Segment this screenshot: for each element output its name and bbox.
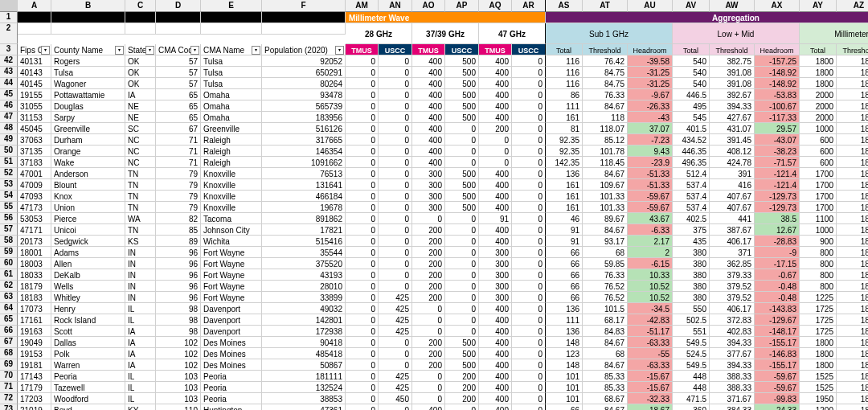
cell-an[interactable]: 0 [379, 269, 412, 281]
cell-as[interactable]: 148 [546, 359, 583, 371]
cell-county[interactable]: Sarpy [51, 112, 125, 123]
cell-county[interactable]: Rogers [51, 55, 125, 67]
cell-at[interactable]: 109.67 [583, 179, 628, 191]
cell-au[interactable]: 2 [628, 247, 673, 258]
cell-ao[interactable]: 400 [412, 100, 445, 112]
cell-ay[interactable]: 1525 [800, 382, 837, 393]
cell-at[interactable]: 68.17 [583, 314, 628, 326]
cell-ap[interactable]: 0 [445, 213, 479, 224]
cell-ap[interactable]: 500 [445, 78, 479, 89]
cell-ay[interactable]: 900 [800, 236, 837, 247]
cell-ao[interactable]: 400 [412, 89, 445, 100]
cell-ax[interactable]: -148.92 [755, 78, 800, 89]
cell-ay[interactable]: 800 [800, 269, 837, 281]
cell-az[interactable]: 1850 [837, 67, 868, 78]
cell-as[interactable]: 161 [546, 112, 583, 123]
cell-ao[interactable]: 200 [412, 224, 445, 236]
cell-county[interactable]: Allen [51, 258, 125, 269]
cell-as[interactable]: 66 [546, 269, 583, 281]
cell-state[interactable]: NE [125, 100, 156, 112]
cell-county[interactable]: Sedgwick [51, 236, 125, 247]
cell-aq[interactable]: 400 [479, 236, 512, 247]
row-header-49[interactable]: 49 [0, 134, 18, 146]
cell-az[interactable]: 1850 [837, 258, 868, 269]
cell-ao[interactable]: 300 [412, 202, 445, 213]
cell-av[interactable]: 537.4 [673, 191, 710, 202]
cell-an[interactable]: 0 [379, 258, 412, 269]
cell-population[interactable]: 50867 [262, 359, 346, 371]
cell-am[interactable]: 0 [346, 213, 379, 224]
col-header-E[interactable]: E [201, 0, 262, 12]
cell-am[interactable]: 0 [346, 371, 379, 382]
cell-an[interactable]: 0 [379, 348, 412, 359]
cell-aq[interactable]: 400 [479, 78, 512, 89]
cell-ax[interactable]: -148.92 [755, 67, 800, 78]
row-header-73[interactable]: 73 [0, 404, 18, 410]
cell-cmaname[interactable]: Huntington [201, 404, 262, 410]
cell-az[interactable]: 1850 [837, 348, 868, 359]
cell-an[interactable]: 0 [379, 404, 412, 410]
cell-at[interactable]: 84.67 [583, 404, 628, 410]
cell-ao[interactable]: 400 [412, 157, 445, 168]
cell-ar[interactable]: 0 [512, 348, 546, 359]
cell-az[interactable]: 1850 [837, 168, 868, 179]
cell-ao[interactable]: 200 [412, 269, 445, 281]
row-header-53[interactable]: 53 [0, 179, 18, 191]
cell-an[interactable]: 0 [379, 168, 412, 179]
col-header-AZ[interactable]: AZ [837, 0, 868, 12]
col-header-AO[interactable]: AO [412, 0, 445, 12]
cell-aw[interactable]: 394.33 [710, 100, 755, 112]
cell-cmaname[interactable]: Tulsa [201, 67, 262, 78]
cell-cmacode[interactable]: 85 [156, 224, 201, 236]
cell-cmaname[interactable]: Davenport [201, 326, 262, 337]
cell-cmaname[interactable]: Wichita [201, 236, 262, 247]
cell-fips[interactable]: 18001 [18, 247, 51, 258]
cell-ap[interactable]: 0 [445, 404, 479, 410]
cell-aq[interactable]: 91 [479, 213, 512, 224]
cell-ay[interactable]: 800 [800, 281, 837, 292]
cell-ao[interactable]: 0 [412, 326, 445, 337]
cell-ar[interactable]: 0 [512, 213, 546, 224]
cell-at[interactable]: 84.67 [583, 337, 628, 348]
row-header-47[interactable]: 47 [0, 112, 18, 123]
cell-am[interactable]: 0 [346, 224, 379, 236]
cell-az[interactable]: 1850 [837, 292, 868, 303]
cell-as[interactable]: 161 [546, 179, 583, 191]
cell-az[interactable]: 1850 [837, 281, 868, 292]
cell-as[interactable]: 66 [546, 247, 583, 258]
cell-ay[interactable]: 800 [800, 247, 837, 258]
cell-fips[interactable]: 18179 [18, 281, 51, 292]
cell-aq[interactable]: 400 [479, 191, 512, 202]
cell-ay[interactable]: 1700 [800, 168, 837, 179]
cell-as[interactable]: 116 [546, 78, 583, 89]
cell-aq[interactable]: 300 [479, 281, 512, 292]
cell-aq[interactable]: 400 [479, 112, 512, 123]
cell-population[interactable]: 891862 [262, 213, 346, 224]
cell-av[interactable]: 401.5 [673, 123, 710, 134]
cell-population[interactable]: 17821 [262, 224, 346, 236]
cell-ap[interactable]: 0 [445, 134, 479, 146]
cell-fips[interactable]: 37183 [18, 157, 51, 168]
cell-state[interactable]: TN [125, 168, 156, 179]
cell-as[interactable]: 86 [546, 89, 583, 100]
cell-ar[interactable]: 0 [512, 168, 546, 179]
cell-state[interactable]: IL [125, 303, 156, 314]
cell-aq[interactable]: 300 [479, 247, 512, 258]
cell-ao[interactable]: 0 [412, 303, 445, 314]
cell-state[interactable]: TN [125, 202, 156, 213]
cell-ar[interactable]: 0 [512, 359, 546, 371]
cell-ap[interactable]: 0 [445, 157, 479, 168]
cell-fips[interactable]: 45045 [18, 123, 51, 134]
cell-cmaname[interactable]: Greenville [201, 123, 262, 134]
cell-ax[interactable]: -117.33 [755, 112, 800, 123]
cell-ao[interactable]: 0 [412, 382, 445, 393]
cell-aw[interactable]: 402.83 [710, 326, 755, 337]
cell-ap[interactable]: 200 [445, 371, 479, 382]
cell-county[interactable]: Pierce [51, 213, 125, 224]
cell-state[interactable]: KY [125, 404, 156, 410]
cell-county[interactable]: Pottawattamie [51, 89, 125, 100]
cell-aw[interactable]: 382.75 [710, 55, 755, 67]
cell-an[interactable]: 0 [379, 179, 412, 191]
cell-ap[interactable]: 500 [445, 100, 479, 112]
cell-aw[interactable]: 362.85 [710, 258, 755, 269]
